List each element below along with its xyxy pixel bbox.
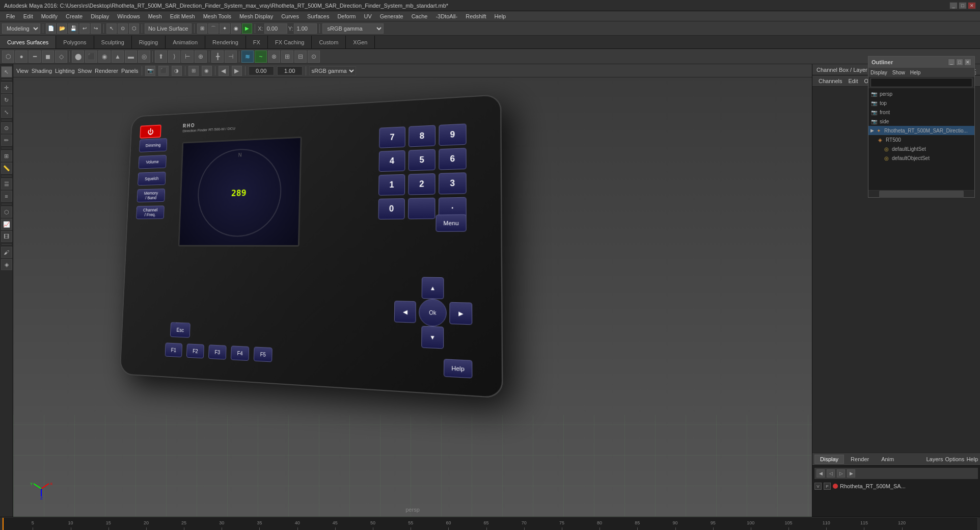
key-9[interactable]: 9 [439,123,466,146]
paint-button[interactable]: ⬡ [129,23,139,34]
isolate-icon[interactable]: ◉ [202,66,212,76]
key-7[interactable]: 7 [379,126,405,148]
outliner-display-menu[interactable]: Display [870,70,887,75]
icon-select-vertex[interactable]: ● [15,50,28,63]
sculpt-button[interactable]: ✏ [1,135,12,146]
menu-cache[interactable]: Cache [407,11,432,21]
measure-button[interactable]: 📏 [1,163,12,174]
attribute-editor-button[interactable]: ≡ [1,191,12,202]
gamma-selector[interactable]: sRGB gamma [322,23,384,34]
icon-select-face[interactable]: ◼ [42,50,54,63]
icon-separate[interactable]: ⊟ [294,50,307,63]
outliner-item-rhotheta[interactable]: ▶ ✦ Rhotheta_RT_500M_SAR_Directio... [868,126,974,135]
icon-cone[interactable]: ▲ [112,50,124,63]
menu-key-button[interactable]: Menu [435,215,466,232]
view-cube-icon[interactable]: ⬛ [158,66,169,76]
snap-point-button[interactable]: ✦ [220,23,230,34]
f1-button[interactable]: F1 [165,342,182,357]
icon-merge[interactable]: ⊕ [195,50,207,63]
menu-modify[interactable]: Modify [37,11,62,21]
tab-curves-surfaces[interactable]: Curves Surfaces [0,36,56,48]
outliner-item-front[interactable]: 📷 front [868,108,974,117]
outliner-scrollbar[interactable] [868,190,974,197]
icon-plane[interactable]: ▬ [125,50,137,63]
layer-forward-icon[interactable]: ▷ [837,469,845,478]
volume-button[interactable]: Volume [139,155,167,169]
save-button[interactable]: 💾 [68,23,78,34]
help-key-button[interactable]: Help [444,359,472,378]
tab-edit[interactable]: Edit [846,78,860,84]
menu-redshift[interactable]: Redshift [461,11,490,21]
move-tool-button[interactable]: ✛ [1,82,12,93]
tab-fx[interactable]: FX [246,36,268,48]
key-1[interactable]: 1 [378,174,405,196]
outliner-item-rt500[interactable]: ◈ RT500 [868,135,974,144]
help-option[interactable]: Help [966,456,978,462]
outliner-close[interactable]: ✕ [964,59,971,66]
timeline-ruler[interactable]: 5101520253035404550556065707580859095100… [2,517,978,530]
tab-rigging[interactable]: Rigging [132,36,166,48]
layer-back-icon[interactable]: ◁ [827,469,835,478]
icon-torus[interactable]: ◎ [138,50,150,63]
outliner-item-default-light-set[interactable]: ◎ defaultLightSet [868,144,974,153]
snap-view-button[interactable]: ◉ [231,23,241,34]
layer-tab-display[interactable]: Display [814,455,844,464]
undo-button[interactable]: ↩ [79,23,90,34]
f4-button[interactable]: F4 [231,346,249,361]
rotate-tool-button[interactable]: ↻ [1,94,12,105]
outliner-item-side[interactable]: 📷 side [868,117,974,126]
menu-deform[interactable]: Deform [333,11,360,21]
dpad-down-button[interactable]: ▼ [421,326,444,349]
camera-icon[interactable]: 📷 [145,66,155,76]
layer-tab-anim[interactable]: Anim [876,455,900,464]
options-option[interactable]: Options [945,456,964,462]
key-6[interactable]: 6 [439,148,466,170]
outliner-search-input[interactable] [870,78,972,87]
f2-button[interactable]: F2 [186,343,204,358]
tab-animation[interactable]: Animation [166,36,205,48]
icon-cylinder[interactable]: ◉ [98,50,111,63]
layer-prev-icon[interactable]: ◀ [816,469,825,478]
menu-generate[interactable]: Generate [376,11,407,21]
outliner-maximize[interactable]: □ [956,59,963,66]
view-menu[interactable]: View [16,68,29,74]
minimize-button[interactable]: _ [949,2,958,9]
xray-button[interactable]: ◈ [1,259,12,270]
prev-frame-icon[interactable]: ◀ [219,66,229,76]
icon-insert-edge[interactable]: ╋ [211,50,224,63]
menu-mesh-tools[interactable]: Mesh Tools [199,11,235,21]
snap-curve-button[interactable]: ⌒ [208,23,219,34]
scale-tool-button[interactable]: ⤡ [1,107,12,118]
outliner-item-persp[interactable]: 📷 persp [868,89,974,98]
menu-create[interactable]: Create [62,11,87,21]
tab-custom[interactable]: Custom [312,36,346,48]
esc-button[interactable]: Esc [170,322,190,338]
icon-combine[interactable]: ⊞ [281,50,293,63]
dpad-up-button[interactable]: ▲ [422,277,444,299]
squelch-button[interactable]: Squelch [138,172,166,186]
icon-subdiv[interactable]: ≋ [241,50,254,63]
menu-help[interactable]: Help [491,11,510,21]
redo-button[interactable]: ↪ [91,23,101,34]
color-profile-selector[interactable]: sRGB gamma [309,66,356,75]
viewport[interactable]: RHO Direction Finder RT-500-M / DCU ⏻ 28… [13,77,812,517]
power-button[interactable]: ⏻ [140,125,161,139]
layer-visibility[interactable]: V [814,483,822,490]
select-button[interactable]: ↖ [106,23,117,34]
render-button[interactable]: ▶ [242,23,252,34]
mode-selector[interactable]: Modeling [2,23,40,34]
graph-editor-button[interactable]: 📈 [1,219,12,230]
menu-curves[interactable]: Curves [277,11,303,21]
icon-select-uv[interactable]: ◇ [55,50,67,63]
f5-button[interactable]: F5 [254,347,273,362]
menu-surfaces[interactable]: Surfaces [303,11,333,21]
icon-smooth[interactable]: ~ [255,50,267,63]
key-3[interactable]: 3 [439,172,467,194]
soft-mod-button[interactable]: ⊙ [1,122,12,134]
key-2[interactable]: 2 [408,173,435,195]
icon-cube[interactable]: ⬛ [85,50,97,63]
outliner-help-menu[interactable]: Help [910,70,921,75]
layer-next-icon[interactable]: ▶ [847,469,855,478]
layers-option[interactable]: Layers [926,456,943,462]
lasso-button[interactable]: ⊙ [118,23,128,34]
